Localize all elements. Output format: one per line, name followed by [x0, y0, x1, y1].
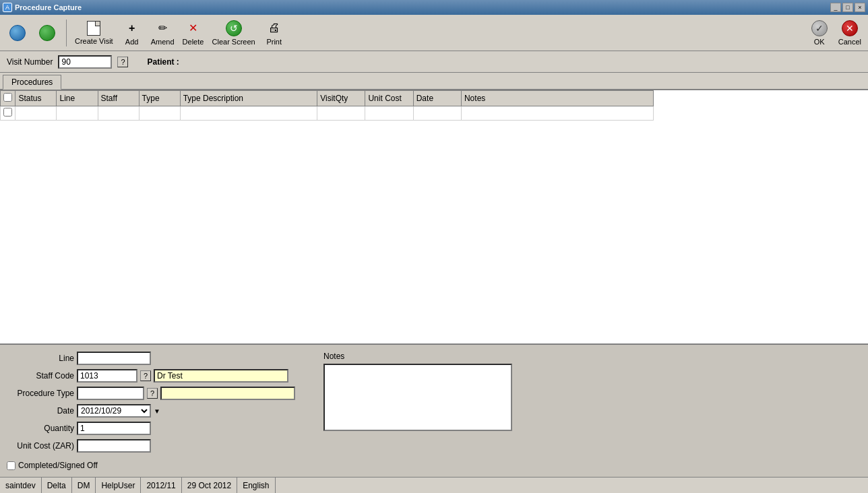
status-extra: [276, 478, 868, 493]
print-icon: 🖨: [266, 20, 282, 36]
date-dropdown-icon[interactable]: ▼: [154, 407, 160, 415]
amend-icon: ✏: [154, 20, 170, 36]
line-row: Line: [7, 352, 310, 365]
cancel-button[interactable]: ✕ Cancel: [836, 19, 864, 47]
ok-label: OK: [814, 38, 825, 46]
procedure-type-label: Procedure Type: [7, 389, 74, 398]
delete-button[interactable]: ✕ Delete: [180, 19, 207, 47]
tab-procedures-label: Procedures: [11, 77, 53, 87]
status-period: 2012/11: [141, 478, 181, 493]
quantity-label: Quantity: [7, 424, 74, 433]
col-header-notes: Notes: [461, 91, 653, 106]
nav-forward-button[interactable]: [34, 24, 61, 42]
procedure-type-row: Procedure Type ?: [7, 387, 310, 400]
clear-screen-button[interactable]: ↺ Clear Screen: [210, 19, 258, 47]
create-visit-icon: [87, 21, 100, 36]
status-saintdev: saintdev: [0, 478, 42, 493]
line-input[interactable]: [77, 352, 151, 365]
col-header-type: Type: [139, 91, 180, 106]
form-area: Line Staff Code ? Procedure Type ? Date …: [0, 345, 868, 477]
staff-code-input[interactable]: [77, 369, 137, 383]
unit-cost-row: Unit Cost (ZAR): [7, 439, 310, 453]
procedure-type-help-button[interactable]: ?: [147, 388, 158, 399]
unit-cost-label: Unit Cost (ZAR): [7, 441, 74, 451]
visit-bar: Visit Number ? Patient :: [0, 51, 868, 73]
status-delta: Delta: [42, 478, 72, 493]
date-label: Date: [7, 406, 74, 416]
quantity-input[interactable]: [77, 422, 151, 435]
notes-textarea[interactable]: [323, 364, 512, 431]
separator-1: [66, 20, 67, 46]
col-header-check: [1, 91, 16, 106]
row-staff: [98, 106, 139, 121]
add-label: Add: [125, 38, 139, 46]
table-row[interactable]: [1, 106, 654, 121]
print-button[interactable]: 🖨 Print: [261, 19, 288, 47]
ok-button[interactable]: ✓ OK: [806, 19, 833, 47]
col-header-staff: Staff: [98, 91, 139, 106]
create-visit-button[interactable]: Create Visit: [72, 20, 116, 46]
ok-icon: ✓: [811, 20, 828, 36]
status-language: English: [237, 478, 275, 493]
create-visit-label: Create Visit: [75, 37, 113, 45]
row-notes: [461, 106, 653, 121]
nav-back-button[interactable]: [4, 24, 31, 42]
notes-section: Notes: [323, 352, 861, 470]
add-icon: +: [124, 20, 140, 36]
quantity-row: Quantity: [7, 422, 310, 435]
clear-screen-icon: ↺: [226, 20, 242, 36]
form-left: Line Staff Code ? Procedure Type ? Date …: [7, 352, 310, 470]
amend-button[interactable]: ✏ Amend: [148, 19, 177, 47]
tab-bar: Procedures: [0, 73, 868, 90]
row-line: [57, 106, 98, 121]
amend-label: Amend: [151, 38, 175, 46]
row-check[interactable]: [1, 106, 16, 121]
date-select[interactable]: 2012/10/29: [77, 404, 151, 418]
window-controls: _ □ ×: [830, 3, 865, 12]
minimize-button[interactable]: _: [830, 3, 841, 12]
staff-name-input[interactable]: [154, 369, 288, 383]
window-title: Procedure Capture: [15, 3, 82, 11]
row-status: [16, 106, 57, 121]
tab-procedures[interactable]: Procedures: [3, 75, 61, 90]
clear-screen-label: Clear Screen: [212, 38, 255, 46]
status-date: 29 Oct 2012: [182, 478, 237, 493]
staff-code-help-button[interactable]: ?: [140, 370, 151, 381]
cancel-icon: ✕: [842, 20, 858, 36]
delete-icon: ✕: [185, 20, 202, 36]
procedure-type-input[interactable]: [77, 387, 144, 400]
restore-button[interactable]: □: [842, 3, 853, 12]
unit-cost-input[interactable]: [77, 439, 151, 453]
row-unitcost: [365, 106, 413, 121]
cancel-label: Cancel: [838, 38, 861, 46]
row-type: [139, 106, 180, 121]
date-row: Date 2012/10/29 ▼: [7, 404, 310, 418]
status-dm: DM: [72, 478, 96, 493]
add-button[interactable]: + Add: [119, 19, 146, 47]
app-icon: A: [3, 3, 12, 12]
delete-label: Delete: [183, 38, 204, 46]
col-header-visitqty: VisitQty: [317, 91, 365, 106]
staff-code-label: Staff Code: [7, 371, 74, 381]
title-bar: A Procedure Capture _ □ ×: [0, 0, 868, 15]
forward-icon: [39, 25, 55, 41]
patient-label: Patient :: [147, 57, 179, 67]
row-typedesc: [180, 106, 317, 121]
back-icon: [9, 25, 26, 41]
staff-code-row: Staff Code ?: [7, 369, 310, 383]
visit-number-input[interactable]: [58, 55, 112, 69]
col-header-date: Date: [413, 91, 461, 106]
procedures-table-area: Status Line Staff Type Type Description …: [0, 90, 868, 345]
select-all-checkbox[interactable]: [3, 93, 12, 102]
completed-checkbox[interactable]: [7, 461, 16, 470]
print-label: Print: [266, 38, 282, 46]
close-button[interactable]: ×: [855, 3, 865, 12]
completed-row: Completed/Signed Off: [7, 461, 310, 470]
col-header-status: Status: [16, 91, 57, 106]
status-bar: saintdev Delta DM HelpUser 2012/11 29 Oc…: [0, 477, 868, 493]
completed-label: Completed/Signed Off: [18, 461, 98, 470]
row-visitqty: [317, 106, 365, 121]
visit-number-help-button[interactable]: ?: [117, 57, 128, 67]
line-label: Line: [7, 354, 74, 363]
procedure-name-input[interactable]: [160, 387, 295, 400]
